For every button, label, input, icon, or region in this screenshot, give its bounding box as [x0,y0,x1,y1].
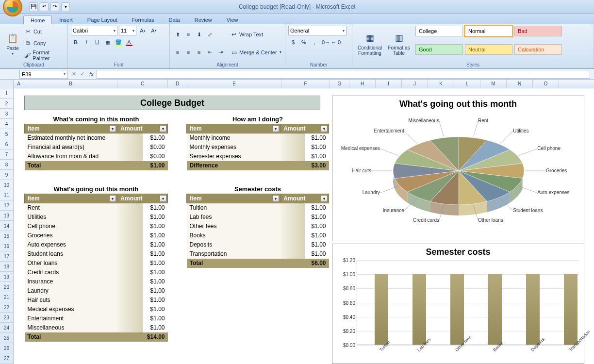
filter-icon[interactable]: ▾ [160,195,166,202]
select-all-corner[interactable] [0,80,14,88]
row-header[interactable]: 2 [0,99,13,109]
merge-center-button[interactable]: ▭Merge & Center▾ [230,48,281,57]
format-as-table-button[interactable]: ▥ Format as Table [386,26,412,61]
tab-review[interactable]: Review [187,15,219,24]
orientation-button[interactable]: ⤢ [205,30,214,39]
column-header[interactable]: M [480,80,507,88]
conditional-formatting-button[interactable]: ▦ Conditional Formatting [355,26,384,61]
name-box[interactable]: E39▾ [19,70,68,79]
table-row[interactable]: Laundry$1.00 [25,286,168,296]
fx-icon[interactable]: fx [89,71,94,77]
column-header[interactable]: B [24,80,117,88]
filter-icon[interactable]: ▾ [160,125,166,132]
row-header[interactable]: 6 [0,139,13,149]
decrease-indent-button[interactable]: ⇤ [205,48,214,57]
grow-font-button[interactable]: A▴ [138,26,148,35]
table-row[interactable]: Miscellaneous$1.00 [25,323,168,332]
row-header[interactable]: 16 [0,241,13,251]
qat-undo-icon[interactable]: ↶ [40,2,49,11]
row-header[interactable]: 18 [0,262,13,272]
style-cell-normal[interactable]: Normal [465,26,512,36]
table-row[interactable]: Monthly expenses$1.00 [187,143,329,152]
table-row[interactable]: Estimated monthly net income$1.00 [25,133,168,143]
row-header[interactable]: 1 [0,88,13,99]
table-row[interactable]: Cell phone$1.00 [25,222,168,231]
column-header[interactable]: J [402,80,428,88]
row-header[interactable]: 15 [0,231,13,241]
align-bottom-button[interactable]: ⬇ [194,30,204,39]
copy-button[interactable]: ⧉Copy [24,38,65,48]
currency-button[interactable]: $ [288,37,298,47]
column-header[interactable]: K [428,80,454,88]
filter-icon[interactable]: ▾ [109,125,116,132]
cell-styles-gallery[interactable]: CollegeNormalBadGoodNeutralCalculation [415,26,563,61]
table-row[interactable]: Lab fees$1.00 [187,213,329,222]
filter-icon[interactable]: ▾ [272,125,279,132]
row-header[interactable]: 14 [0,221,13,231]
tab-view[interactable]: View [219,15,246,24]
column-header[interactable]: L [454,80,480,88]
table-row[interactable]: Semester expenses$1.00 [187,152,329,161]
font-size-combo[interactable]: 11 [119,26,136,35]
table-row[interactable]: Utilities$1.00 [25,213,168,222]
pie-chart[interactable]: What's going out this month RentUtilitie… [332,96,584,241]
fill-color-button[interactable]: 🪣 [114,37,123,47]
table-row[interactable]: Other fees$1.00 [187,222,329,231]
table-row[interactable]: Medical expenses$1.00 [25,305,168,314]
column-header[interactable]: C [117,80,168,88]
column-header[interactable]: N [507,80,533,88]
tab-insert[interactable]: Insert [52,15,80,24]
row-header[interactable]: 23 [0,313,13,323]
row-header[interactable]: 20 [0,282,13,292]
style-cell-college[interactable]: College [415,26,463,36]
percent-button[interactable]: % [299,37,309,47]
row-header[interactable]: 19 [0,272,13,282]
sheet-content[interactable]: College Budget What's coming in this mon… [14,88,594,364]
row-header[interactable]: 17 [0,251,13,262]
table-row[interactable]: Insurance$1.00 [25,277,168,286]
table-row[interactable]: Deposits$1.00 [187,240,329,249]
filter-icon[interactable]: ▾ [109,195,116,202]
style-cell-neutral[interactable]: Neutral [465,44,512,55]
align-center-button[interactable]: ≡ [183,48,193,57]
format-painter-button[interactable]: 🖌Format Painter [24,50,65,60]
increase-decimal-button[interactable]: .0→ [320,37,330,47]
table-row[interactable]: Financial aid award(s)$0.00 [25,143,168,152]
wrap-text-button[interactable]: ↩Wrap Text [230,30,281,39]
row-header[interactable]: 11 [0,190,13,200]
font-color-button[interactable]: A [124,37,134,47]
table-row[interactable]: Tuition$1.00 [187,203,329,213]
comma-button[interactable]: , [310,37,319,47]
table-row[interactable]: Books$1.00 [187,231,329,240]
row-header[interactable]: 25 [0,333,13,343]
tab-formulas[interactable]: Formulas [125,15,162,24]
table-row[interactable]: Transportation$1.00 [187,249,329,259]
column-header[interactable]: F [281,80,330,88]
column-header[interactable]: A [14,80,24,88]
table-row[interactable]: Rent$1.00 [25,203,168,213]
row-header[interactable]: 8 [0,160,13,170]
style-cell-bad[interactable]: Bad [514,26,562,36]
row-header[interactable]: 24 [0,323,13,333]
shrink-font-button[interactable]: A▾ [149,26,159,35]
font-name-combo[interactable]: Calibri [71,26,117,35]
style-cell-calculation[interactable]: Calculation [514,44,562,55]
column-header[interactable]: G [330,80,349,88]
column-header[interactable]: E [187,80,281,88]
table-row[interactable]: Hair cuts$1.00 [25,296,168,305]
row-header[interactable]: 4 [0,119,13,129]
row-header[interactable]: 27 [0,353,13,364]
underline-button[interactable]: U [92,37,102,47]
align-top-button[interactable]: ⬆ [173,30,182,39]
align-left-button[interactable]: ≡ [173,48,182,57]
decrease-decimal-button[interactable]: ←.0 [331,37,341,47]
table-row[interactable]: Allowance from mom & dad$0.00 [25,152,168,161]
row-header[interactable]: 21 [0,292,13,302]
tab-home[interactable]: Home [23,16,52,24]
table-row[interactable]: Auto expenses$1.00 [25,240,168,249]
table-row[interactable]: Student loans$1.00 [25,249,168,259]
column-header[interactable]: D [168,80,187,88]
table-row[interactable]: Entertainment$1.00 [25,314,168,323]
column-header[interactable]: H [349,80,376,88]
filter-icon[interactable]: ▾ [321,195,328,202]
